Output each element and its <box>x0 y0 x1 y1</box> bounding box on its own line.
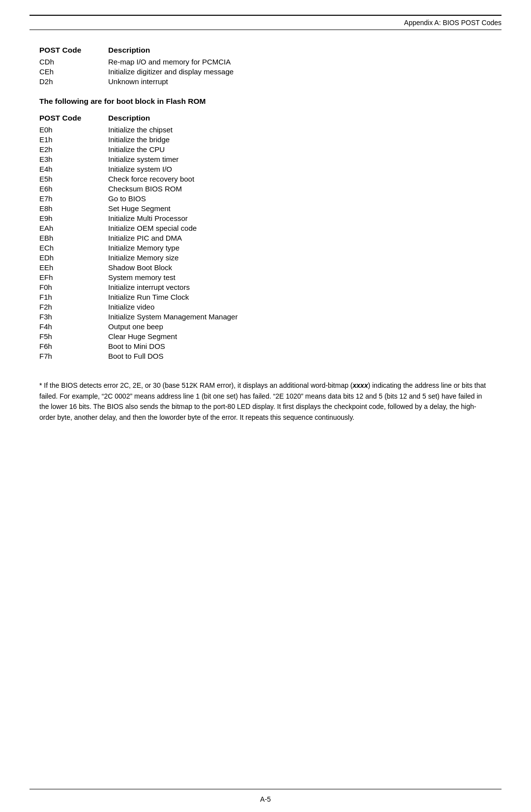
post-desc: Go to BIOS <box>108 193 492 203</box>
table1-header: POST Code Description <box>39 46 492 57</box>
post-desc: Initialize the chipset <box>108 125 492 134</box>
post-desc: Set Huge Segment <box>108 203 492 213</box>
page-number: A-5 <box>260 795 271 803</box>
post-desc: Boot to Mini DOS <box>108 341 492 351</box>
post-code: E4h <box>39 164 108 174</box>
post-desc: Initialize Memory type <box>108 243 492 252</box>
table1-col1-header: POST Code <box>39 46 108 57</box>
post-desc: Check force recovery boot <box>108 174 492 184</box>
post-code: CDh <box>39 57 108 66</box>
post-desc: Clear Huge Segment <box>108 331 492 341</box>
post-code: ECh <box>39 243 108 252</box>
table-row: E9hInitialize Multi Processor <box>39 213 492 223</box>
second-rule <box>30 30 502 30</box>
page-container: Appendix A: BIOS POST Codes POST Code De… <box>0 0 531 812</box>
table2-body: E0hInitialize the chipsetE1hInitialize t… <box>39 125 492 361</box>
table-row: EDhInitialize Memory size <box>39 252 492 262</box>
post-desc: Output one beep <box>108 321 492 331</box>
post-desc: System memory test <box>108 272 492 282</box>
table-row: EChInitialize Memory type <box>39 243 492 252</box>
post-code: E8h <box>39 203 108 213</box>
table1-section: POST Code Description CDhRe-map I/O and … <box>39 46 492 86</box>
page-footer: A-5 <box>0 789 531 812</box>
post-desc: Initialize digitizer and display message <box>108 66 492 76</box>
header-title: Appendix A: BIOS POST Codes <box>404 19 502 27</box>
post-code: F2h <box>39 302 108 312</box>
table-row: E2hInitialize the CPU <box>39 144 492 154</box>
table-row: CDhRe-map I/O and memory for PCMCIA <box>39 57 492 66</box>
table-row: F4hOutput one beep <box>39 321 492 331</box>
post-desc: Initialize Run Time Clock <box>108 292 492 302</box>
post-code: D2h <box>39 76 108 86</box>
post-code: E1h <box>39 134 108 144</box>
post-code: F5h <box>39 331 108 341</box>
post-desc: Initialize Multi Processor <box>108 213 492 223</box>
table2-col1-header: POST Code <box>39 114 108 125</box>
table-row: E6hChecksum BIOS ROM <box>39 184 492 193</box>
table-row: E3hInitialize system timer <box>39 154 492 164</box>
page-header: Appendix A: BIOS POST Codes <box>0 16 531 30</box>
table-row: EFhSystem memory test <box>39 272 492 282</box>
post-desc: Initialize PIC and DMA <box>108 233 492 243</box>
post-desc: Checksum BIOS ROM <box>108 184 492 193</box>
table-row: E1hInitialize the bridge <box>39 134 492 144</box>
post-code: F0h <box>39 282 108 292</box>
post-code: E3h <box>39 154 108 164</box>
post-desc: Initialize System Management Manager <box>108 312 492 321</box>
post-code: E0h <box>39 125 108 134</box>
post-desc: Re-map I/O and memory for PCMCIA <box>108 57 492 66</box>
table-row: F2hInitialize video <box>39 302 492 312</box>
post-table-1: POST Code Description CDhRe-map I/O and … <box>39 46 492 86</box>
table-row: CEhInitialize digitizer and display mess… <box>39 66 492 76</box>
footnote-text: * If the BIOS detects error 2C, 2E, or 3… <box>39 381 486 421</box>
post-code: E2h <box>39 144 108 154</box>
table-row: EBhInitialize PIC and DMA <box>39 233 492 243</box>
table-row: F0hInitialize interrupt vectors <box>39 282 492 292</box>
post-code: EFh <box>39 272 108 282</box>
table-row: F7hBoot to Full DOS <box>39 351 492 361</box>
table2-section: POST Code Description E0hInitialize the … <box>39 114 492 361</box>
table-row: E0hInitialize the chipset <box>39 125 492 134</box>
post-desc: Initialize video <box>108 302 492 312</box>
post-desc: Initialize interrupt vectors <box>108 282 492 292</box>
table-row: F6hBoot to Mini DOS <box>39 341 492 351</box>
table-row: E7hGo to BIOS <box>39 193 492 203</box>
post-desc: Initialize the CPU <box>108 144 492 154</box>
flash-rom-heading: The following are for boot block in Flas… <box>39 97 492 106</box>
post-desc: Boot to Full DOS <box>108 351 492 361</box>
post-code: EBh <box>39 233 108 243</box>
table1-body: CDhRe-map I/O and memory for PCMCIACEhIn… <box>39 57 492 86</box>
post-desc: Initialize system I/O <box>108 164 492 174</box>
post-code: E6h <box>39 184 108 193</box>
table-row: F5hClear Huge Segment <box>39 331 492 341</box>
table-row: F1hInitialize Run Time Clock <box>39 292 492 302</box>
table-row: D2hUnknown interrupt <box>39 76 492 86</box>
post-code: F1h <box>39 292 108 302</box>
post-code: E7h <box>39 193 108 203</box>
post-code: EEh <box>39 262 108 272</box>
post-desc: Shadow Boot Block <box>108 262 492 272</box>
post-desc: Initialize the bridge <box>108 134 492 144</box>
post-code: F3h <box>39 312 108 321</box>
footnote-section: * If the BIOS detects error 2C, 2E, or 3… <box>39 380 492 423</box>
post-code: F7h <box>39 351 108 361</box>
post-code: EDh <box>39 252 108 262</box>
post-desc: Initialize OEM special code <box>108 223 492 233</box>
post-code: E9h <box>39 213 108 223</box>
table1-col2-header: Description <box>108 46 492 57</box>
post-code: EAh <box>39 223 108 233</box>
post-code: F6h <box>39 341 108 351</box>
post-desc: Initialize Memory size <box>108 252 492 262</box>
post-desc: Initialize system timer <box>108 154 492 164</box>
footnote-italic: xxxx <box>353 381 368 389</box>
table-row: EAhInitialize OEM special code <box>39 223 492 233</box>
table2-header: POST Code Description <box>39 114 492 125</box>
table2-col2-header: Description <box>108 114 492 125</box>
table-row: E8hSet Huge Segment <box>39 203 492 213</box>
post-code: E5h <box>39 174 108 184</box>
table-row: F3hInitialize System Management Manager <box>39 312 492 321</box>
table-row: EEhShadow Boot Block <box>39 262 492 272</box>
table-row: E5hCheck force recovery boot <box>39 174 492 184</box>
post-desc: Unknown interrupt <box>108 76 492 86</box>
post-code: F4h <box>39 321 108 331</box>
